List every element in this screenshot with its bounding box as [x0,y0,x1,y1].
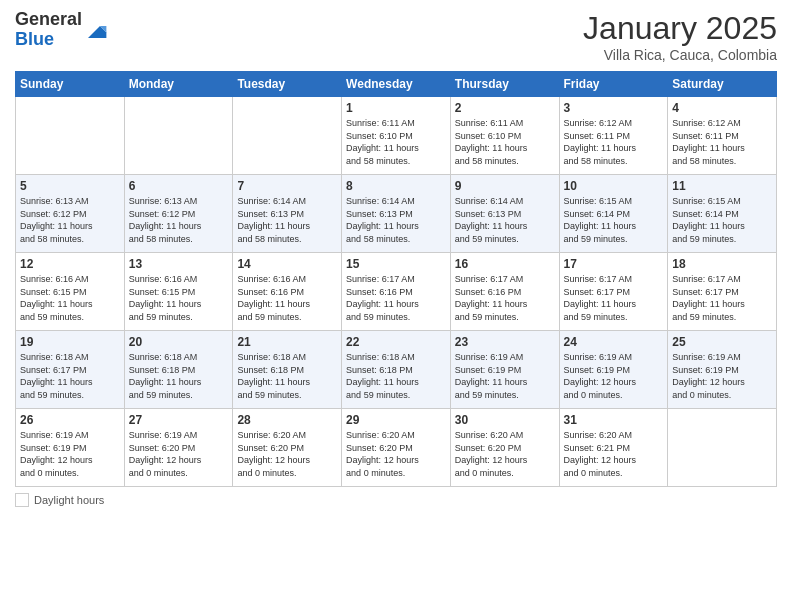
day-cell: 4Sunrise: 6:12 AM Sunset: 6:11 PM Daylig… [668,97,777,175]
day-cell: 9Sunrise: 6:14 AM Sunset: 6:13 PM Daylig… [450,175,559,253]
day-info: Sunrise: 6:18 AM Sunset: 6:18 PM Dayligh… [346,351,446,401]
day-info: Sunrise: 6:19 AM Sunset: 6:19 PM Dayligh… [672,351,772,401]
footer: Daylight hours [15,493,777,507]
calendar-table: SundayMondayTuesdayWednesdayThursdayFrid… [15,71,777,487]
day-info: Sunrise: 6:16 AM Sunset: 6:15 PM Dayligh… [20,273,120,323]
day-number: 9 [455,179,555,193]
day-info: Sunrise: 6:20 AM Sunset: 6:21 PM Dayligh… [564,429,664,479]
day-number: 18 [672,257,772,271]
day-cell: 25Sunrise: 6:19 AM Sunset: 6:19 PM Dayli… [668,331,777,409]
day-cell: 13Sunrise: 6:16 AM Sunset: 6:15 PM Dayli… [124,253,233,331]
day-info: Sunrise: 6:19 AM Sunset: 6:20 PM Dayligh… [129,429,229,479]
header-cell-wednesday: Wednesday [342,72,451,97]
week-row-3: 12Sunrise: 6:16 AM Sunset: 6:15 PM Dayli… [16,253,777,331]
day-info: Sunrise: 6:17 AM Sunset: 6:17 PM Dayligh… [672,273,772,323]
day-cell: 2Sunrise: 6:11 AM Sunset: 6:10 PM Daylig… [450,97,559,175]
day-number: 21 [237,335,337,349]
day-cell: 12Sunrise: 6:16 AM Sunset: 6:15 PM Dayli… [16,253,125,331]
day-info: Sunrise: 6:12 AM Sunset: 6:11 PM Dayligh… [672,117,772,167]
day-number: 2 [455,101,555,115]
day-cell: 18Sunrise: 6:17 AM Sunset: 6:17 PM Dayli… [668,253,777,331]
day-cell: 31Sunrise: 6:20 AM Sunset: 6:21 PM Dayli… [559,409,668,487]
day-number: 16 [455,257,555,271]
day-number: 15 [346,257,446,271]
day-cell: 16Sunrise: 6:17 AM Sunset: 6:16 PM Dayli… [450,253,559,331]
day-cell: 23Sunrise: 6:19 AM Sunset: 6:19 PM Dayli… [450,331,559,409]
day-cell [16,97,125,175]
day-info: Sunrise: 6:13 AM Sunset: 6:12 PM Dayligh… [20,195,120,245]
day-cell: 28Sunrise: 6:20 AM Sunset: 6:20 PM Dayli… [233,409,342,487]
day-number: 13 [129,257,229,271]
day-number: 17 [564,257,664,271]
month-title: January 2025 [583,10,777,47]
logo: General Blue [15,10,108,50]
day-info: Sunrise: 6:16 AM Sunset: 6:16 PM Dayligh… [237,273,337,323]
day-number: 5 [20,179,120,193]
day-cell: 19Sunrise: 6:18 AM Sunset: 6:17 PM Dayli… [16,331,125,409]
day-number: 28 [237,413,337,427]
day-number: 22 [346,335,446,349]
day-number: 26 [20,413,120,427]
daylight-label: Daylight hours [34,494,104,506]
day-info: Sunrise: 6:20 AM Sunset: 6:20 PM Dayligh… [237,429,337,479]
day-cell: 3Sunrise: 6:12 AM Sunset: 6:11 PM Daylig… [559,97,668,175]
day-cell: 7Sunrise: 6:14 AM Sunset: 6:13 PM Daylig… [233,175,342,253]
day-number: 19 [20,335,120,349]
week-row-1: 1Sunrise: 6:11 AM Sunset: 6:10 PM Daylig… [16,97,777,175]
day-info: Sunrise: 6:11 AM Sunset: 6:10 PM Dayligh… [346,117,446,167]
day-number: 25 [672,335,772,349]
day-cell: 20Sunrise: 6:18 AM Sunset: 6:18 PM Dayli… [124,331,233,409]
day-cell: 14Sunrise: 6:16 AM Sunset: 6:16 PM Dayli… [233,253,342,331]
day-info: Sunrise: 6:14 AM Sunset: 6:13 PM Dayligh… [455,195,555,245]
day-info: Sunrise: 6:20 AM Sunset: 6:20 PM Dayligh… [455,429,555,479]
day-number: 23 [455,335,555,349]
day-number: 31 [564,413,664,427]
location: Villa Rica, Cauca, Colombia [583,47,777,63]
day-cell: 21Sunrise: 6:18 AM Sunset: 6:18 PM Dayli… [233,331,342,409]
day-cell: 15Sunrise: 6:17 AM Sunset: 6:16 PM Dayli… [342,253,451,331]
day-cell: 24Sunrise: 6:19 AM Sunset: 6:19 PM Dayli… [559,331,668,409]
header-cell-thursday: Thursday [450,72,559,97]
header-cell-saturday: Saturday [668,72,777,97]
day-cell [124,97,233,175]
day-number: 6 [129,179,229,193]
header-cell-sunday: Sunday [16,72,125,97]
header: General Blue January 2025 Villa Rica, Ca… [15,10,777,63]
day-cell: 29Sunrise: 6:20 AM Sunset: 6:20 PM Dayli… [342,409,451,487]
day-info: Sunrise: 6:18 AM Sunset: 6:18 PM Dayligh… [237,351,337,401]
day-info: Sunrise: 6:18 AM Sunset: 6:18 PM Dayligh… [129,351,229,401]
day-cell: 8Sunrise: 6:14 AM Sunset: 6:13 PM Daylig… [342,175,451,253]
week-row-5: 26Sunrise: 6:19 AM Sunset: 6:19 PM Dayli… [16,409,777,487]
day-cell: 26Sunrise: 6:19 AM Sunset: 6:19 PM Dayli… [16,409,125,487]
day-info: Sunrise: 6:13 AM Sunset: 6:12 PM Dayligh… [129,195,229,245]
day-cell: 27Sunrise: 6:19 AM Sunset: 6:20 PM Dayli… [124,409,233,487]
header-cell-monday: Monday [124,72,233,97]
day-cell: 11Sunrise: 6:15 AM Sunset: 6:14 PM Dayli… [668,175,777,253]
day-cell: 1Sunrise: 6:11 AM Sunset: 6:10 PM Daylig… [342,97,451,175]
day-cell [233,97,342,175]
day-cell [668,409,777,487]
day-info: Sunrise: 6:16 AM Sunset: 6:15 PM Dayligh… [129,273,229,323]
logo-blue-text: Blue [15,29,54,49]
day-info: Sunrise: 6:11 AM Sunset: 6:10 PM Dayligh… [455,117,555,167]
day-cell: 6Sunrise: 6:13 AM Sunset: 6:12 PM Daylig… [124,175,233,253]
day-number: 1 [346,101,446,115]
day-info: Sunrise: 6:19 AM Sunset: 6:19 PM Dayligh… [564,351,664,401]
day-number: 10 [564,179,664,193]
day-info: Sunrise: 6:14 AM Sunset: 6:13 PM Dayligh… [237,195,337,245]
day-info: Sunrise: 6:15 AM Sunset: 6:14 PM Dayligh… [672,195,772,245]
day-info: Sunrise: 6:19 AM Sunset: 6:19 PM Dayligh… [455,351,555,401]
day-number: 7 [237,179,337,193]
day-cell: 5Sunrise: 6:13 AM Sunset: 6:12 PM Daylig… [16,175,125,253]
day-cell: 30Sunrise: 6:20 AM Sunset: 6:20 PM Dayli… [450,409,559,487]
day-info: Sunrise: 6:12 AM Sunset: 6:11 PM Dayligh… [564,117,664,167]
day-info: Sunrise: 6:14 AM Sunset: 6:13 PM Dayligh… [346,195,446,245]
day-info: Sunrise: 6:19 AM Sunset: 6:19 PM Dayligh… [20,429,120,479]
day-number: 12 [20,257,120,271]
day-number: 8 [346,179,446,193]
calendar-page: General Blue January 2025 Villa Rica, Ca… [0,0,792,612]
logo-icon [84,18,108,42]
day-info: Sunrise: 6:17 AM Sunset: 6:16 PM Dayligh… [455,273,555,323]
day-cell: 10Sunrise: 6:15 AM Sunset: 6:14 PM Dayli… [559,175,668,253]
day-number: 3 [564,101,664,115]
